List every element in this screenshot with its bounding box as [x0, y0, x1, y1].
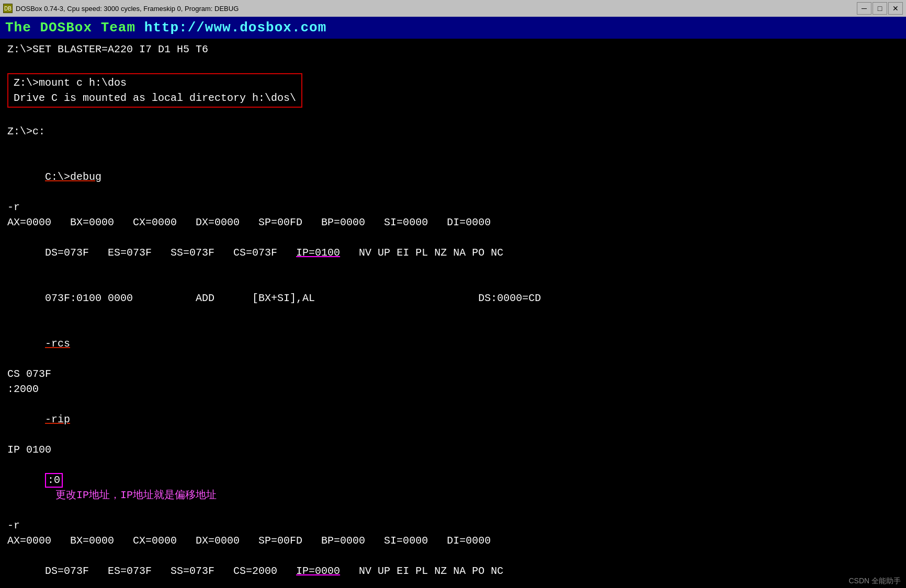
mount-result-line: Drive C is mounted as local directory h:… — [14, 90, 296, 106]
dosbox-banner-area: The DOSBox Team http://www.dosbox.com — [0, 17, 906, 39]
debug-command-line: C:\>debug — [7, 154, 899, 200]
terminal-body: Z:\>SET BLASTER=A220 I7 D1 H5 T6 Z:\>mou… — [0, 39, 906, 588]
minus-r-cmd-2: -r — [7, 518, 899, 533]
regs-line-2: DS=073F ES=073F SS=073F CS=073F IP=0100 … — [7, 230, 899, 275]
ip-val-line: IP 0100 — [7, 442, 899, 457]
regs-line-1: AX=0000 BX=0000 CX=0000 DX=0000 SP=00FD … — [7, 215, 899, 230]
close-button[interactable]: ✕ — [888, 2, 903, 15]
content-area: The DOSBox Team http://www.dosbox.com Z:… — [0, 17, 906, 588]
mem-line-1: 073F:0100 0000 ADD [BX+SI],AL DS:0000=CD — [7, 275, 899, 321]
regs2-line-2: DS=073F ES=073F SS=073F CS=2000 IP=0000 … — [7, 548, 899, 588]
mount-redbox: Z:\>mount c h:\dos Drive C is mounted as… — [7, 73, 302, 108]
title-bar-left: DB DOSBox 0.74-3, Cpu speed: 3000 cycles… — [3, 4, 239, 13]
title-bar: DB DOSBox 0.74-3, Cpu speed: 3000 cycles… — [0, 0, 906, 17]
cs-val-line: CS 073F — [7, 366, 899, 382]
minus-rcs-cmd: -rcs — [7, 321, 899, 366]
blank-line-1 — [7, 57, 899, 72]
minus-rip-cmd: -rip — [7, 397, 899, 442]
dosbox-banner: The DOSBox Team http://www.dosbox.com — [5, 20, 326, 36]
set-blaster-line: Z:\>SET BLASTER=A220 I7 D1 H5 T6 — [7, 42, 899, 57]
blank-line-3 — [7, 139, 899, 154]
c-drive-prompt: Z:\>c: — [7, 124, 899, 139]
regs2-line-1: AX=0000 BX=0000 CX=0000 DX=0000 SP=00FD … — [7, 533, 899, 548]
blank-line-2 — [7, 109, 899, 124]
colon-0-box: :0 — [45, 473, 63, 488]
watermark: CSDN 全能助手 — [843, 574, 906, 588]
minus-r-cmd-1: -r — [7, 200, 899, 215]
minimize-button[interactable]: ─ — [857, 2, 871, 15]
dosbox-icon: DB — [3, 4, 13, 13]
mount-command-line: Z:\>mount c h:\dos — [14, 75, 296, 90]
colon-2000-line: :2000 — [7, 382, 899, 397]
maximize-button[interactable]: □ — [873, 2, 887, 15]
title-label: DOSBox 0.74-3, Cpu speed: 3000 cycles, F… — [16, 5, 239, 13]
title-bar-controls: ─ □ ✕ — [857, 2, 903, 15]
colon-0-line: :0 更改IP地址，IP地址就是偏移地址 — [7, 457, 899, 518]
annotation-text: 更改IP地址，IP地址就是偏移地址 — [55, 489, 217, 501]
